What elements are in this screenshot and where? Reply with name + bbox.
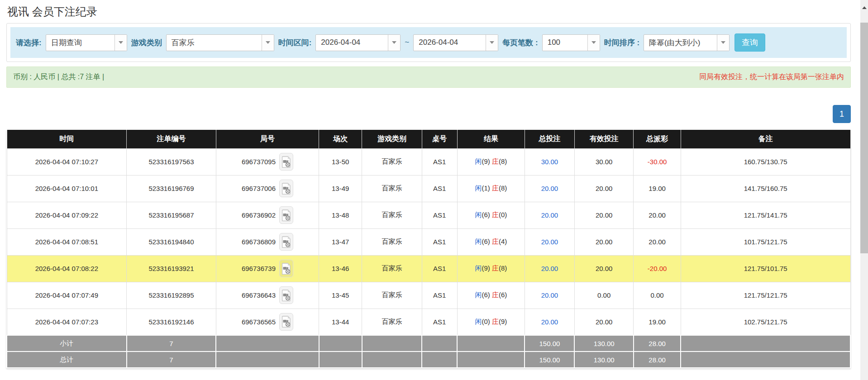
date-from-dropdown[interactable]: 2026-04-04: [315, 34, 401, 51]
cell-game-type: 百家乐: [362, 309, 422, 335]
cell-result: 闲(9) 庄(8): [457, 148, 525, 175]
summary-bar: 币别 : 人民币 | 总共 :7 注单 | 同局有效投注，统一计算在该局第一张注…: [6, 66, 851, 88]
result-player-score: (1): [482, 184, 490, 192]
cell-table-no: AS1: [422, 255, 457, 282]
cell-total-bet: 20.00: [525, 255, 574, 282]
table-row: 2026-04-04 07:07:49 523316192895 6967366…: [7, 282, 850, 309]
cell-remark: 121.75/121.75: [681, 282, 850, 309]
total-bet-link[interactable]: 20.00: [541, 238, 558, 246]
table-header: 时间 注单编号 局号 场次 游戏类别 桌号 结果 总投注 有效投注 总派彩 备注: [7, 130, 850, 148]
round-number: 696736643: [242, 291, 276, 299]
cell-remark: 121.75/141.75: [681, 202, 850, 228]
table-row: 2026-04-04 07:10:27 523316197563 6967370…: [7, 148, 850, 175]
video-record-icon: [282, 183, 291, 195]
cell-bet-id: 523316192146: [127, 309, 216, 335]
result-banker-label: 庄: [492, 238, 499, 245]
cell-time: 2026-04-04 07:07:49: [7, 282, 127, 309]
col-header-time: 时间: [7, 130, 127, 148]
scroll-up-button[interactable]: [860, 0, 868, 15]
total-bet-link[interactable]: 20.00: [541, 291, 558, 299]
video-replay-button[interactable]: [279, 260, 293, 277]
subtotal-label: 小计: [7, 335, 127, 352]
total-bet-link[interactable]: 30.00: [541, 158, 558, 166]
filter-panel: 请选择: 日期查询 游戏类别 百家乐 时间区间: 2026-04-04 ~ 20…: [6, 23, 851, 62]
result-player-score: (6): [482, 238, 490, 245]
vertical-scrollbar[interactable]: [860, 0, 868, 380]
chevron-down-icon: [262, 35, 274, 51]
cell-remark: 101.75/121.75: [681, 228, 850, 255]
cell-game-type: 百家乐: [362, 282, 422, 309]
game-type-value: 百家乐: [167, 35, 262, 51]
page-1-button[interactable]: 1: [833, 105, 851, 123]
result-banker-label: 庄: [492, 318, 499, 325]
sort-order-dropdown[interactable]: 降幂(由大到小): [644, 34, 730, 51]
total-payout: 28.00: [634, 352, 681, 368]
cell-time: 2026-04-04 07:10:27: [7, 148, 127, 175]
cell-payout: 20.00: [634, 202, 681, 228]
video-record-icon: [282, 209, 291, 221]
game-type-label: 游戏类别: [131, 38, 162, 48]
cell-total-bet: 20.00: [525, 228, 574, 255]
col-header-total-bet: 总投注: [525, 130, 574, 148]
query-type-dropdown[interactable]: 日期查询: [46, 34, 127, 51]
date-to-dropdown[interactable]: 2026-04-04: [413, 34, 498, 51]
cell-remark: 102.75/121.75: [681, 309, 850, 335]
bet-records-table: 时间 注单编号 局号 场次 游戏类别 桌号 结果 总投注 有效投注 总派彩 备注…: [6, 130, 851, 368]
query-type-value: 日期查询: [46, 35, 114, 51]
result-banker-score: (0): [499, 211, 507, 218]
result-player-label: 闲: [475, 238, 482, 245]
video-record-icon: [282, 236, 291, 248]
result-player-score: (6): [482, 211, 490, 218]
select-type-label: 请选择:: [16, 38, 42, 48]
result-banker-label: 庄: [492, 264, 499, 272]
video-replay-button[interactable]: [279, 313, 293, 331]
subtotal-count: 7: [127, 335, 216, 352]
cell-total-bet: 30.00: [525, 148, 574, 175]
total-bet-link[interactable]: 20.00: [541, 211, 558, 219]
total-bet-link[interactable]: 20.00: [541, 265, 558, 272]
round-number: 696737095: [242, 158, 276, 166]
chevron-down-icon: [114, 35, 127, 51]
table-row: 2026-04-04 07:08:51 523316194840 6967368…: [7, 228, 850, 255]
cell-round: 696737095: [216, 148, 319, 175]
filter-bar: 请选择: 日期查询 游戏类别 百家乐 时间区间: 2026-04-04 ~ 20…: [10, 27, 847, 58]
cell-payout: -30.00: [634, 148, 681, 175]
cell-round: 696736809: [216, 228, 319, 255]
col-header-valid-bet: 有效投注: [574, 130, 633, 148]
result-player-label: 闲: [475, 318, 482, 325]
cell-table-no: AS1: [422, 175, 457, 202]
video-replay-button[interactable]: [279, 233, 293, 251]
video-replay-button[interactable]: [279, 286, 293, 304]
per-page-dropdown[interactable]: 100: [542, 34, 600, 51]
cell-table-no: AS1: [422, 148, 457, 175]
video-replay-button[interactable]: [279, 153, 293, 171]
result-player-score: (9): [482, 264, 490, 272]
cell-result: 闲(6) 庄(6): [457, 282, 525, 309]
col-header-result: 结果: [457, 130, 525, 148]
cell-result: 闲(6) 庄(4): [457, 228, 525, 255]
cell-total-bet: 20.00: [525, 282, 574, 309]
scrollbar-thumb[interactable]: [860, 23, 868, 253]
date-to-value: 2026-04-04: [414, 35, 486, 51]
video-record-icon: [282, 263, 291, 275]
cell-round: 696736643: [216, 282, 319, 309]
query-button[interactable]: 查询: [734, 33, 765, 52]
col-header-table-no: 桌号: [422, 130, 457, 148]
col-header-remark: 备注: [681, 130, 850, 148]
video-replay-button[interactable]: [279, 206, 293, 224]
video-record-icon: [282, 290, 291, 301]
cell-payout: -20.00: [634, 255, 681, 282]
currency-summary-text: 币别 : 人民币 | 总共 :7 注单 |: [13, 72, 104, 82]
scroll-up-icon: [862, 6, 867, 9]
chevron-down-icon: [486, 35, 498, 51]
round-number: 696736809: [242, 238, 276, 246]
cell-game-type: 百家乐: [362, 202, 422, 228]
cell-time: 2026-04-04 07:08:51: [7, 228, 127, 255]
cell-result: 闲(6) 庄(0): [457, 202, 525, 228]
total-bet-link[interactable]: 20.00: [541, 185, 558, 192]
cell-round: 696736902: [216, 202, 319, 228]
total-bet-link[interactable]: 20.00: [541, 318, 558, 326]
cell-game-type: 百家乐: [362, 148, 422, 175]
video-replay-button[interactable]: [279, 180, 293, 197]
game-type-dropdown[interactable]: 百家乐: [166, 34, 274, 51]
